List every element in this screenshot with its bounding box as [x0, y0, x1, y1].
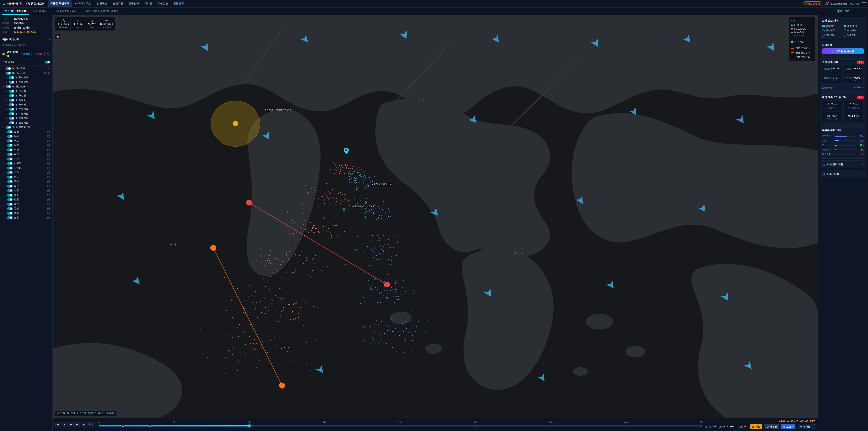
nav-menu-item[interactable]: 게시판 [142, 0, 155, 7]
region-row[interactable]: 통영 [0, 206, 53, 211]
display-option-checkbox[interactable]: 예상부착 [822, 29, 842, 32]
region-row[interactable]: 서해5도 [0, 166, 53, 170]
time-slider-handle[interactable] [248, 425, 251, 427]
region-map-button[interactable] [47, 140, 50, 143]
tab-item[interactable]: 분석 목록 [30, 8, 49, 15]
expand-chevron-icon[interactable]: ▼ [2, 86, 4, 88]
impact-section-header[interactable]: 영향 민감자원 ▼ [2, 38, 50, 41]
region-map-button[interactable] [47, 212, 50, 215]
region-row[interactable]: 포항 [0, 215, 53, 220]
region-toggle[interactable] [7, 135, 13, 138]
expand-chevron-icon[interactable]: ▶ [5, 76, 7, 79]
layer-child-row[interactable]: ▶해안선 [0, 93, 53, 98]
nav-menu-item[interactable]: 항공탐색 [126, 0, 142, 7]
region-toggle[interactable] [7, 144, 13, 147]
layer-child-row[interactable]: ▶서식지 [0, 102, 53, 107]
layer-toggle[interactable] [9, 117, 14, 120]
region-map-button[interactable] [47, 144, 50, 147]
region-map-button[interactable] [47, 216, 50, 219]
expand-chevron-icon[interactable]: ▶ [5, 81, 7, 83]
layer-toggle[interactable] [9, 90, 14, 93]
region-row[interactable]: 울산 [0, 179, 53, 184]
expand-chevron-icon[interactable]: ▼ [2, 126, 4, 128]
time-slider[interactable]: 0h6h12h18h24h36h48h60h72h [99, 421, 702, 428]
region-map-button[interactable] [47, 198, 50, 201]
region-map-button[interactable] [47, 185, 50, 188]
layer-child-row[interactable]: ▶수산자원 [0, 112, 53, 116]
region-map-button[interactable] [47, 180, 50, 183]
region-map-button[interactable] [47, 194, 50, 196]
expand-chevron-icon[interactable]: ▶ [5, 104, 7, 106]
region-toggle[interactable] [7, 171, 13, 174]
region-map-button[interactable] [47, 135, 50, 138]
region-row[interactable]: 제주 [0, 193, 53, 197]
nav-menu-item[interactable]: 유출유 확산예측 [48, 0, 72, 7]
expand-chevron-icon[interactable]: ▶ [5, 95, 7, 97]
fence-event-marker[interactable] [149, 425, 151, 427]
nav-menu-item[interactable]: HNS·대기확산 [72, 0, 94, 7]
time-track[interactable] [99, 425, 702, 427]
layer-child-row[interactable]: ▶생물종 [0, 98, 53, 102]
region-row[interactable]: 부안 [0, 152, 53, 157]
region-row[interactable]: 군산 [0, 129, 53, 134]
region-map-button[interactable] [47, 149, 50, 151]
expand-chevron-icon[interactable]: ▶ [5, 117, 7, 119]
region-row[interactable]: 보령 [0, 143, 53, 148]
display-option-checkbox[interactable]: 날짜시간 [844, 34, 864, 37]
region-toggle[interactable] [7, 216, 13, 219]
region-row[interactable]: 사천 [0, 157, 53, 161]
tab-item[interactable]: i오일펜스 배치 알고리즘 이론 [84, 8, 125, 15]
report-button[interactable]: 보고서 [781, 424, 796, 429]
display-option-checkbox[interactable]: 민감자원 [844, 29, 864, 32]
layer-toggle[interactable] [9, 103, 14, 106]
nav-menu-item[interactable]: 긴급구난 [94, 0, 110, 7]
step-back-button[interactable] [62, 422, 67, 427]
region-map-button[interactable] [47, 157, 50, 160]
layer-child-row[interactable]: ▶계절별 [0, 89, 53, 93]
fast-forward-button[interactable] [74, 422, 80, 427]
region-row[interactable]: 서귀포 [0, 161, 53, 166]
notification-bell-icon[interactable] [825, 2, 829, 6]
logout-button[interactable]: 로그아웃 [849, 2, 860, 5]
all-layers-on-button[interactable]: 전체 켜기 [20, 52, 32, 56]
collapsed-section-card[interactable]: 사고 선박 제원▾ [819, 160, 866, 168]
region-toggle[interactable] [7, 189, 13, 192]
region-map-button[interactable] [47, 166, 50, 170]
layer-toggle[interactable] [9, 108, 14, 111]
layer-toggle[interactable] [6, 126, 11, 129]
layer-toggle[interactable] [9, 112, 14, 115]
nav-menu-item[interactable]: 기상정보 [155, 0, 170, 7]
region-row[interactable]: 목포 [0, 138, 53, 143]
layer-child-row[interactable]: ▶관광자원 [0, 116, 53, 120]
region-map-button[interactable] [47, 203, 50, 206]
tab-active[interactable]: ≋유출유 확산분석 [2, 8, 29, 15]
layer-toggle[interactable] [9, 76, 14, 79]
region-map-button[interactable] [47, 153, 50, 156]
region-toggle[interactable] [7, 176, 13, 179]
layer-row[interactable]: ▼해경관할구역 [0, 125, 53, 129]
layer-toggle[interactable] [9, 81, 14, 84]
region-row[interactable]: 동해 [0, 134, 53, 138]
fence-event-marker[interactable] [122, 425, 124, 427]
all-layers-off-button[interactable]: 전체 끄기 [33, 52, 45, 56]
region-toggle[interactable] [7, 140, 13, 143]
nav-menu-item[interactable]: 통합조회 [171, 0, 186, 7]
region-row[interactable]: 완도 [0, 175, 53, 179]
layer-child-row[interactable]: ▶산업자원 [0, 120, 53, 125]
user-name[interactable]: Eunjeong Kim [831, 2, 847, 5]
region-toggle[interactable] [7, 198, 13, 201]
region-toggle[interactable] [7, 153, 13, 156]
expand-chevron-icon[interactable]: ▶ [5, 122, 7, 124]
region-toggle[interactable] [7, 149, 13, 151]
layer-toggle[interactable] [6, 85, 11, 88]
layer-toggle[interactable] [6, 67, 11, 70]
expand-chevron-icon[interactable]: ▶ [5, 108, 7, 110]
region-map-button[interactable] [47, 162, 50, 165]
stop-prediction-button[interactable]: 예측중지 [798, 424, 815, 429]
region-toggle[interactable] [7, 130, 13, 133]
skip-to-end-button[interactable] [81, 422, 86, 427]
region-toggle[interactable] [7, 212, 13, 215]
display-option-checkbox[interactable]: 시간 표시 [822, 34, 842, 37]
layer-child-row[interactable]: ▶환경생태 [0, 75, 53, 80]
layer-row[interactable]: 어장정보17,129 [0, 66, 53, 71]
